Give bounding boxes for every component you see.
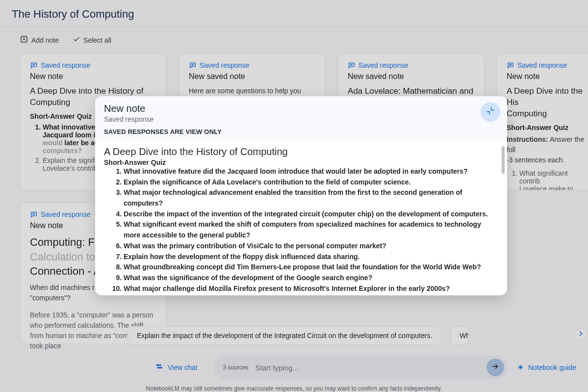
question-item: What significant event marked the shift … bbox=[124, 219, 498, 240]
question-item: What groundbreaking concept did Tim Bern… bbox=[124, 262, 498, 273]
question-item: Explain how the development of the flopp… bbox=[124, 252, 498, 262]
question-item: What was the significance of the develop… bbox=[124, 273, 498, 284]
view-only-banner: SAVED RESPONSES ARE VIEW ONLY bbox=[104, 128, 498, 135]
collapse-button[interactable] bbox=[481, 102, 500, 122]
collapse-icon bbox=[486, 106, 495, 118]
document-heading: A Deep Dive into the History of Computin… bbox=[104, 146, 498, 157]
question-item: What was the primary contribution of Vis… bbox=[124, 241, 498, 252]
question-item: Explain the significance of Ada Lovelace… bbox=[124, 177, 498, 188]
modal-title: New note bbox=[104, 103, 498, 114]
question-item: Describe the impact of the invention of … bbox=[124, 209, 498, 220]
quiz-label: Short-Answer Quiz bbox=[104, 158, 498, 166]
modal-header: New note Saved response SAVED RESPONSES … bbox=[95, 96, 507, 140]
question-item: What innovative feature did the Jacquard… bbox=[124, 166, 498, 177]
note-modal: New note Saved response SAVED RESPONSES … bbox=[95, 96, 507, 295]
question-item: What major technological advancement ena… bbox=[124, 187, 498, 209]
scrollbar-thumb[interactable] bbox=[502, 146, 505, 174]
question-item: What major challenge did Mozilla Firefox… bbox=[124, 284, 498, 294]
questions-list: What innovative feature did the Jacquard… bbox=[104, 166, 498, 294]
modal-body[interactable]: A Deep Dive into the History of Computin… bbox=[95, 140, 507, 295]
modal-subtitle: Saved response bbox=[104, 115, 498, 123]
